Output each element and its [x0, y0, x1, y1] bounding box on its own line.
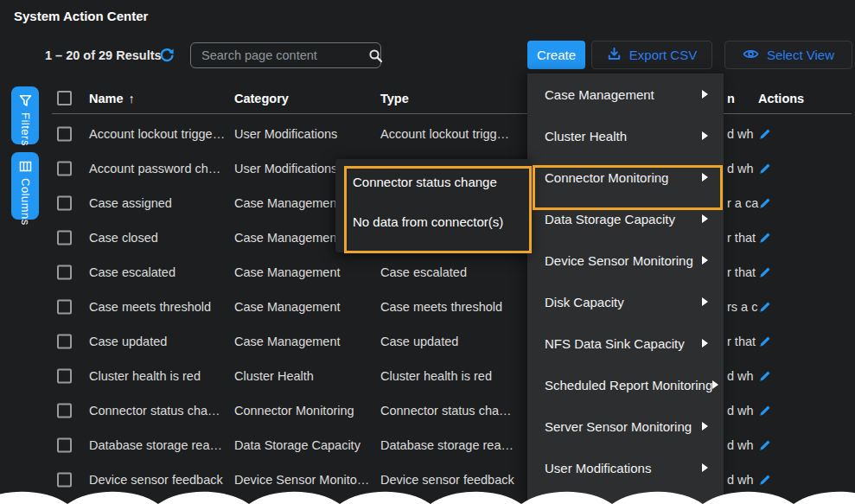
table-row: Case updated Case Management Case update…: [0, 324, 855, 359]
submenu-arrow-icon: [702, 297, 708, 306]
edit-pencil-icon[interactable]: [758, 231, 772, 245]
row-checkbox[interactable]: [57, 231, 72, 246]
row-type: Case updated: [380, 335, 458, 348]
edit-pencil-icon[interactable]: [758, 473, 772, 487]
menu-item-user-modifications[interactable]: User Modifications: [527, 447, 724, 488]
row-description-fragment: d wh: [727, 162, 754, 175]
refresh-button[interactable]: [159, 48, 175, 63]
row-description-fragment: r that: [727, 335, 756, 348]
row-checkbox[interactable]: [57, 300, 72, 315]
select-view-button[interactable]: Select View: [724, 41, 852, 69]
row-checkbox[interactable]: [57, 265, 72, 280]
column-header-name[interactable]: Name↑: [89, 92, 135, 105]
table-row: Device sensor feedback Device Sensor Mon…: [0, 463, 855, 497]
row-category: Connector Monitoring: [234, 404, 354, 418]
edit-pencil-icon[interactable]: [758, 265, 772, 279]
create-button-label: Create: [537, 48, 576, 62]
row-checkbox[interactable]: [57, 404, 72, 418]
row-name: Case meets threshold: [89, 300, 211, 314]
row-type: Case escalated: [380, 265, 467, 279]
table-row: Database storage rea… Data Storage Capac…: [0, 428, 855, 463]
results-count: 1 – 20 of 29 Results: [45, 48, 162, 62]
connector-monitoring-submenu: Connector status change No data from con…: [335, 159, 529, 252]
row-name: Case closed: [89, 231, 158, 245]
column-header-type[interactable]: Type: [380, 92, 409, 105]
row-category: Cluster Health: [234, 369, 314, 383]
submenu-arrow-icon: [702, 214, 708, 223]
edit-pencil-icon[interactable]: [758, 404, 772, 418]
row-checkbox[interactable]: [57, 196, 72, 211]
row-category: Case Management: [234, 300, 341, 314]
edit-pencil-icon[interactable]: [758, 438, 772, 452]
page-title: System Action Center: [14, 9, 148, 23]
row-checkbox[interactable]: [57, 369, 72, 384]
menu-item-device-sensor-monitoring[interactable]: Device Sensor Monitoring: [527, 239, 724, 281]
search-icon: [368, 48, 383, 63]
row-type: Case meets threshold: [380, 300, 502, 314]
menu-item-connector-monitoring[interactable]: Connector Monitoring: [527, 156, 724, 198]
export-csv-button[interactable]: Export CSV: [591, 41, 712, 69]
row-name: Case updated: [89, 335, 167, 348]
row-name: Account password ch…: [89, 162, 220, 175]
menu-item-disk-capacity[interactable]: Disk Capacity: [527, 281, 724, 322]
row-checkbox[interactable]: [57, 438, 72, 453]
edit-pencil-icon[interactable]: [758, 196, 772, 210]
row-description-fragment: r that: [727, 231, 756, 245]
row-type: Connector status cha…: [380, 404, 512, 418]
row-name: Case assigned: [89, 196, 172, 210]
row-description-fragment: rs a c: [727, 300, 757, 314]
edit-pencil-icon[interactable]: [758, 300, 772, 314]
row-category: Case Management: [234, 265, 341, 279]
row-description-fragment: r a ca: [727, 196, 758, 210]
menu-item-cluster-health[interactable]: Cluster Health: [527, 115, 724, 156]
row-checkbox[interactable]: [57, 127, 72, 142]
menu-item-data-storage-capacity[interactable]: Data Storage Capacity: [527, 198, 724, 239]
select-all-checkbox[interactable]: [57, 91, 72, 105]
search-box: [190, 42, 381, 68]
edit-pencil-icon[interactable]: [758, 335, 772, 348]
row-checkbox[interactable]: [57, 473, 72, 488]
menu-item-server-sensor-monitoring[interactable]: Server Sensor Monitoring: [527, 405, 724, 447]
row-category: Device Sensor Monito…: [234, 473, 369, 487]
column-header-actions: Actions: [758, 92, 804, 105]
row-category: Data Storage Capacity: [234, 438, 361, 452]
eye-icon: [743, 48, 759, 63]
row-name: Connector status cha…: [89, 404, 220, 418]
table-row: Account lockout trigge… User Modificatio…: [0, 117, 855, 151]
row-name: Cluster health is red: [89, 369, 201, 383]
column-header-category[interactable]: Category: [234, 92, 289, 105]
submenu-arrow-icon: [702, 90, 708, 99]
column-header-description-fragment: n: [727, 92, 735, 105]
row-description-fragment: d wh: [727, 438, 754, 452]
table-row: Case meets threshold Case Management Cas…: [0, 290, 855, 324]
submenu-arrow-icon: [702, 422, 708, 431]
table-row: Connector status cha… Connector Monitori…: [0, 393, 855, 428]
row-type: Cluster health is red: [380, 369, 492, 383]
menu-item-nfs-data-sink-capacity[interactable]: NFS Data Sink Capacity: [527, 322, 724, 364]
menu-item-case-management[interactable]: Case Management: [527, 73, 724, 115]
submenu-arrow-icon: [702, 173, 708, 182]
export-csv-label: Export CSV: [629, 48, 697, 62]
submenu-arrow-icon: [712, 380, 718, 389]
row-checkbox[interactable]: [57, 335, 72, 349]
edit-pencil-icon[interactable]: [758, 127, 772, 141]
edit-pencil-icon[interactable]: [758, 162, 772, 175]
row-category: User Modifications: [234, 127, 337, 141]
create-button[interactable]: Create: [527, 41, 585, 69]
menu-item-scheduled-report-monitoring[interactable]: Scheduled Report Monitoring: [527, 364, 724, 405]
row-name: Database storage rea…: [89, 438, 222, 452]
row-description-fragment: r that: [727, 265, 756, 279]
row-description-fragment: d wh: [727, 404, 754, 418]
row-category: Case Management: [234, 196, 341, 210]
submenu-arrow-icon: [702, 256, 708, 265]
submenu-item-no-data-from-connectors[interactable]: No data from connector(s): [335, 199, 529, 239]
row-checkbox[interactable]: [57, 162, 72, 176]
submenu-item-connector-status-change[interactable]: Connector status change: [335, 159, 529, 199]
table-header: Name↑ Category Type n Actions: [0, 86, 855, 112]
edit-pencil-icon[interactable]: [758, 369, 772, 383]
row-category: User Modifications: [234, 162, 337, 175]
search-input[interactable]: [191, 48, 368, 62]
sort-ascending-icon: ↑: [129, 92, 135, 105]
row-name: Device sensor feedback: [89, 473, 223, 487]
row-name: Case escalated: [89, 265, 175, 279]
